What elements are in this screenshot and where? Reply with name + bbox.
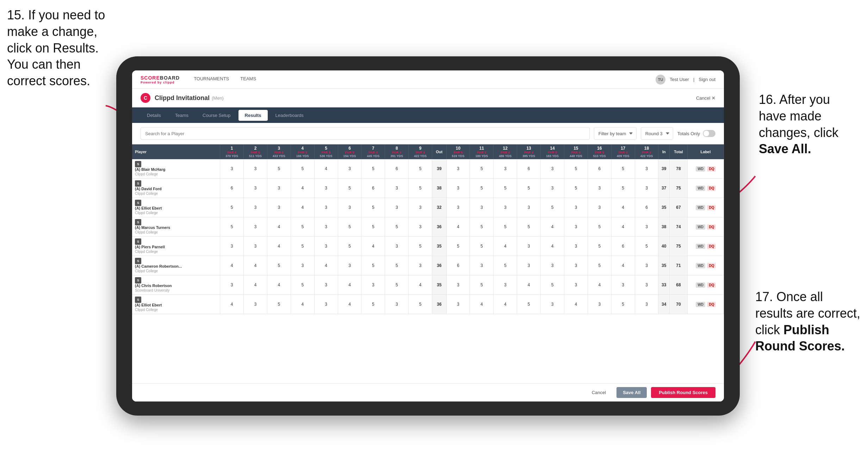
hole-score-16[interactable]: 4 (588, 275, 611, 295)
hole-score-9[interactable]: 4 (409, 275, 432, 295)
totals-toggle-switch[interactable] (703, 130, 715, 137)
hole-score-4[interactable]: 4 (291, 295, 314, 314)
hole-score-17[interactable]: 5 (611, 179, 635, 198)
wd-button[interactable]: WD (696, 302, 705, 307)
wd-button[interactable]: WD (696, 224, 705, 230)
cancel-tournament-btn[interactable]: Cancel ✕ (696, 95, 715, 101)
hole-score-1[interactable]: 3 (220, 275, 244, 295)
hole-score-10[interactable]: 4 (446, 217, 470, 237)
hole-score-11[interactable]: 5 (470, 275, 494, 295)
hole-score-12[interactable]: 5 (494, 217, 517, 237)
hole-score-16[interactable]: 5 (588, 256, 611, 275)
dq-button[interactable]: DQ (707, 166, 716, 172)
hole-score-17[interactable]: 6 (611, 237, 635, 256)
hole-score-8[interactable]: 6 (385, 159, 409, 179)
hole-score-5[interactable]: 3 (314, 275, 338, 295)
hole-score-16[interactable]: 6 (588, 159, 611, 179)
hole-score-12[interactable]: 3 (494, 275, 517, 295)
hole-score-8[interactable]: 5 (385, 275, 409, 295)
hole-score-13[interactable]: 3 (517, 237, 541, 256)
hole-score-14[interactable]: 4 (541, 237, 564, 256)
hole-score-2[interactable]: 3 (244, 217, 267, 237)
hole-score-2[interactable]: 4 (244, 256, 267, 275)
hole-score-6[interactable]: 3 (338, 256, 361, 275)
hole-score-17[interactable]: 4 (611, 256, 635, 275)
hole-score-1[interactable]: 3 (220, 237, 244, 256)
hole-score-1[interactable]: 5 (220, 198, 244, 217)
hole-score-2[interactable]: 3 (244, 159, 267, 179)
hole-score-3[interactable]: 3 (267, 198, 291, 217)
hole-score-8[interactable]: 5 (385, 217, 409, 237)
hole-score-15[interactable]: 3 (564, 198, 588, 217)
hole-score-10[interactable]: 3 (446, 198, 470, 217)
wd-button[interactable]: WD (696, 282, 705, 288)
hole-score-5[interactable]: 3 (314, 217, 338, 237)
tab-course-setup[interactable]: Course Setup (196, 110, 237, 121)
hole-score-7[interactable]: 5 (361, 198, 385, 217)
hole-score-13[interactable]: 6 (517, 159, 541, 179)
hole-score-14[interactable]: 5 (541, 198, 564, 217)
dq-button[interactable]: DQ (707, 302, 716, 307)
scores-table-container[interactable]: Player 1PAR 4370 YDS 2PAR 5511 YDS 3PAR … (132, 144, 724, 383)
tab-teams[interactable]: Teams (169, 110, 195, 121)
hole-score-7[interactable]: 4 (361, 237, 385, 256)
hole-score-18[interactable]: 6 (635, 198, 658, 217)
cancel-button[interactable]: Cancel (585, 387, 612, 398)
hole-score-9[interactable]: 3 (409, 217, 432, 237)
hole-score-8[interactable]: 5 (385, 256, 409, 275)
hole-score-7[interactable]: 6 (361, 179, 385, 198)
hole-score-4[interactable]: 5 (291, 275, 314, 295)
hole-score-14[interactable]: 3 (541, 159, 564, 179)
dq-button[interactable]: DQ (707, 205, 716, 210)
hole-score-8[interactable]: 3 (385, 237, 409, 256)
publish-round-scores-button[interactable]: Publish Round Scores (651, 387, 715, 398)
hole-score-11[interactable]: 5 (470, 217, 494, 237)
hole-score-9[interactable]: 3 (409, 198, 432, 217)
hole-score-18[interactable]: 3 (635, 295, 658, 314)
hole-score-13[interactable]: 4 (517, 275, 541, 295)
hole-score-12[interactable]: 3 (494, 198, 517, 217)
hole-score-18[interactable]: 5 (635, 237, 658, 256)
hole-score-17[interactable]: 5 (611, 159, 635, 179)
dq-button[interactable]: DQ (707, 282, 716, 288)
hole-score-4[interactable]: 3 (291, 256, 314, 275)
hole-score-7[interactable]: 5 (361, 217, 385, 237)
dq-button[interactable]: DQ (707, 244, 716, 249)
nav-teams[interactable]: TEAMS (240, 76, 256, 83)
dq-button[interactable]: DQ (707, 186, 716, 191)
hole-score-16[interactable]: 3 (588, 198, 611, 217)
hole-score-6[interactable]: 5 (338, 237, 361, 256)
hole-score-5[interactable]: 4 (314, 159, 338, 179)
hole-score-10[interactable]: 6 (446, 256, 470, 275)
hole-score-17[interactable]: 3 (611, 275, 635, 295)
hole-score-15[interactable]: 3 (564, 237, 588, 256)
hole-score-15[interactable]: 3 (564, 217, 588, 237)
hole-score-16[interactable]: 3 (588, 295, 611, 314)
tab-results[interactable]: Results (238, 110, 268, 121)
hole-score-4[interactable]: 5 (291, 237, 314, 256)
hole-score-5[interactable]: 3 (314, 237, 338, 256)
wd-button[interactable]: WD (696, 244, 705, 249)
hole-score-5[interactable]: 3 (314, 179, 338, 198)
hole-score-13[interactable]: 5 (517, 295, 541, 314)
wd-button[interactable]: WD (696, 186, 705, 191)
hole-score-16[interactable]: 5 (588, 217, 611, 237)
hole-score-13[interactable]: 5 (517, 217, 541, 237)
hole-score-1[interactable]: 3 (220, 159, 244, 179)
hole-score-9[interactable]: 5 (409, 179, 432, 198)
hole-score-7[interactable]: 5 (361, 159, 385, 179)
hole-score-9[interactable]: 5 (409, 159, 432, 179)
wd-button[interactable]: WD (696, 263, 705, 268)
hole-score-16[interactable]: 3 (588, 179, 611, 198)
hole-score-6[interactable]: 4 (338, 295, 361, 314)
hole-score-14[interactable]: 5 (541, 275, 564, 295)
nav-tournaments[interactable]: TOURNAMENTS (194, 76, 229, 83)
hole-score-15[interactable]: 5 (564, 179, 588, 198)
hole-score-11[interactable]: 3 (470, 256, 494, 275)
hole-score-3[interactable]: 5 (267, 295, 291, 314)
hole-score-7[interactable]: 5 (361, 295, 385, 314)
hole-score-15[interactable]: 5 (564, 159, 588, 179)
hole-score-6[interactable]: 5 (338, 217, 361, 237)
hole-score-5[interactable]: 4 (314, 256, 338, 275)
hole-score-14[interactable]: 4 (541, 217, 564, 237)
